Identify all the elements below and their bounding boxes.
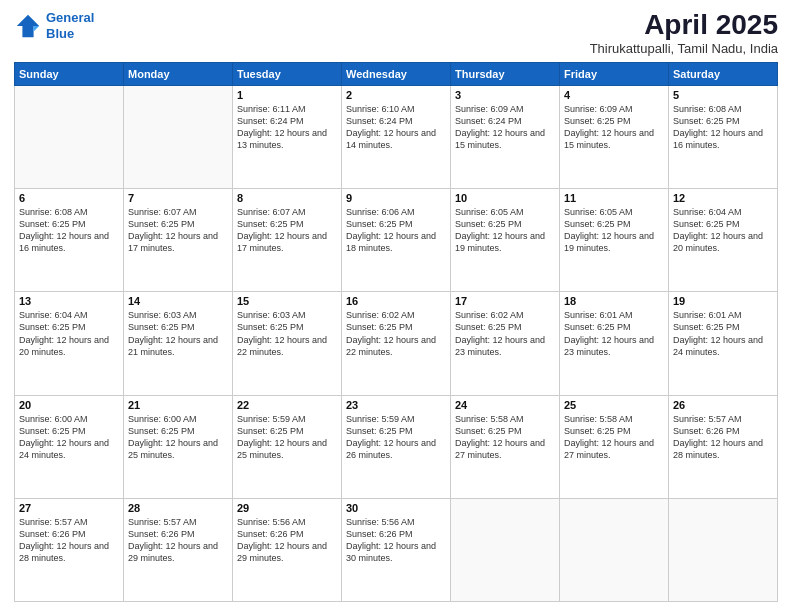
calendar-cell: 24Sunrise: 5:58 AM Sunset: 6:25 PM Dayli… — [451, 395, 560, 498]
calendar-cell: 14Sunrise: 6:03 AM Sunset: 6:25 PM Dayli… — [124, 292, 233, 395]
header: General Blue April 2025 Thirukattupalli,… — [14, 10, 778, 56]
day-number: 21 — [128, 399, 228, 411]
day-info: Sunrise: 5:58 AM Sunset: 6:25 PM Dayligh… — [564, 413, 664, 462]
calendar-week-3: 20Sunrise: 6:00 AM Sunset: 6:25 PM Dayli… — [15, 395, 778, 498]
calendar-cell: 11Sunrise: 6:05 AM Sunset: 6:25 PM Dayli… — [560, 189, 669, 292]
day-number: 26 — [673, 399, 773, 411]
day-info: Sunrise: 5:56 AM Sunset: 6:26 PM Dayligh… — [346, 516, 446, 565]
calendar-cell: 13Sunrise: 6:04 AM Sunset: 6:25 PM Dayli… — [15, 292, 124, 395]
day-info: Sunrise: 5:56 AM Sunset: 6:26 PM Dayligh… — [237, 516, 337, 565]
calendar-cell: 7Sunrise: 6:07 AM Sunset: 6:25 PM Daylig… — [124, 189, 233, 292]
day-info: Sunrise: 6:04 AM Sunset: 6:25 PM Dayligh… — [673, 206, 773, 255]
day-info: Sunrise: 6:02 AM Sunset: 6:25 PM Dayligh… — [346, 309, 446, 358]
day-number: 8 — [237, 192, 337, 204]
calendar-cell: 23Sunrise: 5:59 AM Sunset: 6:25 PM Dayli… — [342, 395, 451, 498]
day-number: 22 — [237, 399, 337, 411]
calendar-cell: 17Sunrise: 6:02 AM Sunset: 6:25 PM Dayli… — [451, 292, 560, 395]
svg-marker-1 — [34, 26, 40, 32]
calendar-week-4: 27Sunrise: 5:57 AM Sunset: 6:26 PM Dayli… — [15, 498, 778, 601]
day-number: 12 — [673, 192, 773, 204]
day-number: 18 — [564, 295, 664, 307]
logo-icon — [14, 12, 42, 40]
col-friday: Friday — [560, 62, 669, 85]
day-info: Sunrise: 6:08 AM Sunset: 6:25 PM Dayligh… — [673, 103, 773, 152]
calendar-cell: 22Sunrise: 5:59 AM Sunset: 6:25 PM Dayli… — [233, 395, 342, 498]
day-number: 4 — [564, 89, 664, 101]
page: General Blue April 2025 Thirukattupalli,… — [0, 0, 792, 612]
day-number: 9 — [346, 192, 446, 204]
day-info: Sunrise: 6:04 AM Sunset: 6:25 PM Dayligh… — [19, 309, 119, 358]
day-info: Sunrise: 6:09 AM Sunset: 6:25 PM Dayligh… — [564, 103, 664, 152]
title-block: April 2025 Thirukattupalli, Tamil Nadu, … — [590, 10, 778, 56]
day-info: Sunrise: 5:58 AM Sunset: 6:25 PM Dayligh… — [455, 413, 555, 462]
day-number: 11 — [564, 192, 664, 204]
day-number: 16 — [346, 295, 446, 307]
day-number: 7 — [128, 192, 228, 204]
day-number: 30 — [346, 502, 446, 514]
calendar-cell: 12Sunrise: 6:04 AM Sunset: 6:25 PM Dayli… — [669, 189, 778, 292]
day-info: Sunrise: 6:00 AM Sunset: 6:25 PM Dayligh… — [19, 413, 119, 462]
calendar-cell — [669, 498, 778, 601]
day-number: 10 — [455, 192, 555, 204]
day-number: 1 — [237, 89, 337, 101]
day-number: 3 — [455, 89, 555, 101]
calendar-table: Sunday Monday Tuesday Wednesday Thursday… — [14, 62, 778, 602]
calendar-cell: 25Sunrise: 5:58 AM Sunset: 6:25 PM Dayli… — [560, 395, 669, 498]
calendar-cell: 18Sunrise: 6:01 AM Sunset: 6:25 PM Dayli… — [560, 292, 669, 395]
day-info: Sunrise: 5:59 AM Sunset: 6:25 PM Dayligh… — [237, 413, 337, 462]
calendar-cell: 26Sunrise: 5:57 AM Sunset: 6:26 PM Dayli… — [669, 395, 778, 498]
calendar-cell: 20Sunrise: 6:00 AM Sunset: 6:25 PM Dayli… — [15, 395, 124, 498]
calendar-cell: 8Sunrise: 6:07 AM Sunset: 6:25 PM Daylig… — [233, 189, 342, 292]
day-number: 29 — [237, 502, 337, 514]
calendar-week-2: 13Sunrise: 6:04 AM Sunset: 6:25 PM Dayli… — [15, 292, 778, 395]
day-info: Sunrise: 6:07 AM Sunset: 6:25 PM Dayligh… — [237, 206, 337, 255]
col-thursday: Thursday — [451, 62, 560, 85]
day-number: 14 — [128, 295, 228, 307]
calendar-week-0: 1Sunrise: 6:11 AM Sunset: 6:24 PM Daylig… — [15, 85, 778, 188]
col-saturday: Saturday — [669, 62, 778, 85]
day-number: 2 — [346, 89, 446, 101]
calendar-cell: 21Sunrise: 6:00 AM Sunset: 6:25 PM Dayli… — [124, 395, 233, 498]
day-info: Sunrise: 6:08 AM Sunset: 6:25 PM Dayligh… — [19, 206, 119, 255]
calendar-subtitle: Thirukattupalli, Tamil Nadu, India — [590, 41, 778, 56]
day-info: Sunrise: 6:01 AM Sunset: 6:25 PM Dayligh… — [564, 309, 664, 358]
day-number: 25 — [564, 399, 664, 411]
day-info: Sunrise: 6:10 AM Sunset: 6:24 PM Dayligh… — [346, 103, 446, 152]
day-info: Sunrise: 6:01 AM Sunset: 6:25 PM Dayligh… — [673, 309, 773, 358]
day-number: 13 — [19, 295, 119, 307]
day-number: 27 — [19, 502, 119, 514]
calendar-cell: 19Sunrise: 6:01 AM Sunset: 6:25 PM Dayli… — [669, 292, 778, 395]
day-info: Sunrise: 6:05 AM Sunset: 6:25 PM Dayligh… — [455, 206, 555, 255]
calendar-cell: 10Sunrise: 6:05 AM Sunset: 6:25 PM Dayli… — [451, 189, 560, 292]
calendar-cell: 3Sunrise: 6:09 AM Sunset: 6:24 PM Daylig… — [451, 85, 560, 188]
calendar-cell: 28Sunrise: 5:57 AM Sunset: 6:26 PM Dayli… — [124, 498, 233, 601]
day-info: Sunrise: 6:09 AM Sunset: 6:24 PM Dayligh… — [455, 103, 555, 152]
day-info: Sunrise: 6:03 AM Sunset: 6:25 PM Dayligh… — [128, 309, 228, 358]
day-info: Sunrise: 6:06 AM Sunset: 6:25 PM Dayligh… — [346, 206, 446, 255]
day-info: Sunrise: 6:11 AM Sunset: 6:24 PM Dayligh… — [237, 103, 337, 152]
calendar-title: April 2025 — [590, 10, 778, 41]
day-number: 19 — [673, 295, 773, 307]
logo-line2: Blue — [46, 26, 74, 41]
day-number: 17 — [455, 295, 555, 307]
col-tuesday: Tuesday — [233, 62, 342, 85]
calendar-cell: 4Sunrise: 6:09 AM Sunset: 6:25 PM Daylig… — [560, 85, 669, 188]
calendar-cell — [560, 498, 669, 601]
calendar-cell: 2Sunrise: 6:10 AM Sunset: 6:24 PM Daylig… — [342, 85, 451, 188]
calendar-cell — [15, 85, 124, 188]
day-info: Sunrise: 6:07 AM Sunset: 6:25 PM Dayligh… — [128, 206, 228, 255]
day-number: 5 — [673, 89, 773, 101]
day-number: 20 — [19, 399, 119, 411]
day-info: Sunrise: 5:57 AM Sunset: 6:26 PM Dayligh… — [19, 516, 119, 565]
day-info: Sunrise: 6:02 AM Sunset: 6:25 PM Dayligh… — [455, 309, 555, 358]
calendar-cell — [451, 498, 560, 601]
col-monday: Monday — [124, 62, 233, 85]
day-info: Sunrise: 5:59 AM Sunset: 6:25 PM Dayligh… — [346, 413, 446, 462]
day-number: 15 — [237, 295, 337, 307]
col-wednesday: Wednesday — [342, 62, 451, 85]
calendar-cell: 30Sunrise: 5:56 AM Sunset: 6:26 PM Dayli… — [342, 498, 451, 601]
col-sunday: Sunday — [15, 62, 124, 85]
calendar-cell: 5Sunrise: 6:08 AM Sunset: 6:25 PM Daylig… — [669, 85, 778, 188]
logo-line1: General — [46, 10, 94, 25]
calendar-cell: 29Sunrise: 5:56 AM Sunset: 6:26 PM Dayli… — [233, 498, 342, 601]
